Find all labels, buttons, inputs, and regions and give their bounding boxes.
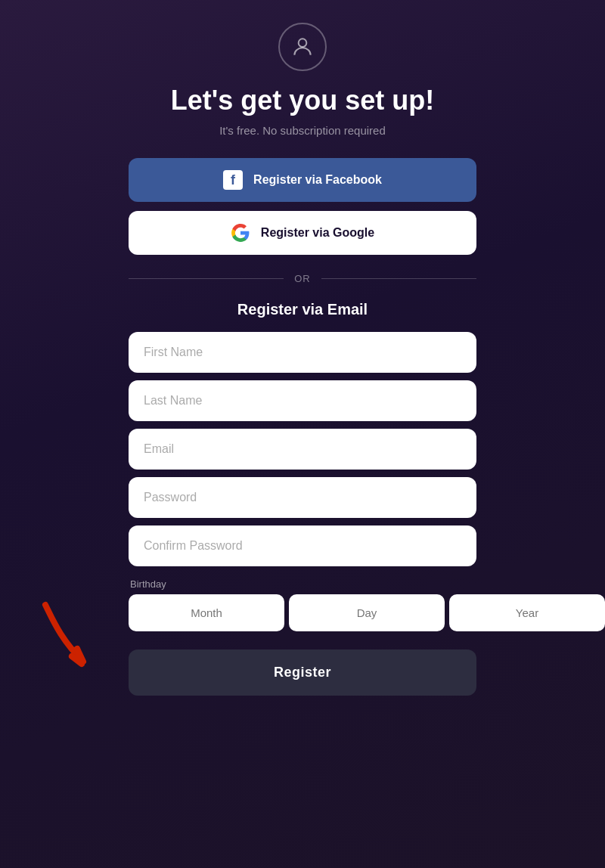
divider-line-left (129, 278, 284, 279)
year-input[interactable] (449, 594, 605, 631)
email-section-title: Register via Email (237, 301, 368, 318)
password-input[interactable] (129, 477, 476, 518)
last-name-input[interactable] (129, 380, 476, 421)
or-text: OR (294, 273, 311, 284)
email-input[interactable] (129, 429, 476, 470)
register-google-button[interactable]: Register via Google (129, 211, 476, 255)
facebook-btn-label: Register via Facebook (253, 173, 382, 187)
birthday-gender-row: Birthday Gender Male Female Other Prefer… (129, 577, 476, 631)
register-button[interactable]: Register (129, 649, 476, 696)
facebook-icon: f (223, 170, 243, 190)
google-icon (231, 223, 250, 243)
register-button-container: Register (129, 639, 476, 696)
google-btn-label: Register via Google (261, 226, 374, 240)
month-input[interactable] (129, 594, 284, 631)
registration-form: Birthday Gender Male Female Other Prefer… (129, 332, 476, 696)
page-subtitle: It's free. No subscription required (219, 124, 386, 137)
avatar-icon (278, 23, 327, 71)
page-title: Let's get you set up! (171, 85, 435, 116)
register-facebook-button[interactable]: f Register via Facebook (129, 158, 476, 202)
registration-container: Let's get you set up! It's free. No subs… (129, 23, 476, 696)
day-input[interactable] (289, 594, 445, 631)
or-divider: OR (129, 273, 476, 284)
birthday-group: Birthday (129, 578, 605, 631)
svg-point-0 (299, 39, 307, 47)
divider-line-right (321, 278, 476, 279)
first-name-input[interactable] (129, 332, 476, 373)
confirm-password-input[interactable] (129, 525, 476, 566)
red-arrow-annotation (38, 597, 136, 680)
birthday-label: Birthday (129, 578, 605, 590)
birthday-inputs (129, 594, 605, 631)
user-icon (290, 35, 315, 59)
